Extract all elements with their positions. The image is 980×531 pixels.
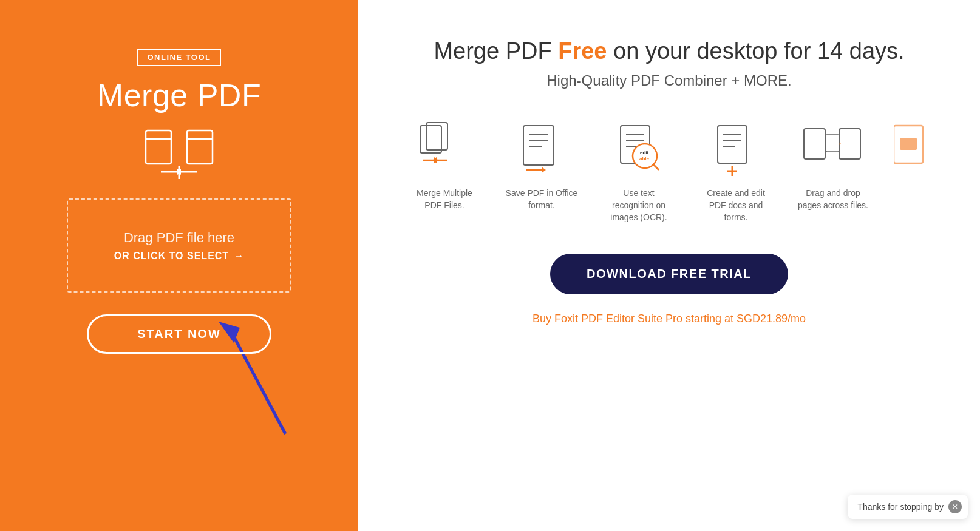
online-tool-badge: ONLINE TOOL <box>137 49 220 66</box>
svg-rect-2 <box>187 130 213 164</box>
svg-rect-0 <box>146 130 171 164</box>
drop-zone[interactable]: Drag PDF file here OR CLICK TO SELECT → <box>67 198 291 293</box>
right-panel: Merge PDF Free on your desktop for 14 da… <box>358 0 980 350</box>
close-notification-button[interactable]: ✕ <box>948 500 962 513</box>
protect-feature-icon <box>894 120 930 180</box>
feature-protect <box>894 120 930 188</box>
merge-icon <box>149 130 209 179</box>
ocr-feature-icon: edit able <box>608 120 669 180</box>
svg-rect-43 <box>900 138 917 150</box>
notification-text: Thanks for stopping by <box>857 502 944 512</box>
svg-rect-38 <box>839 129 860 159</box>
headline-part2: on your desktop for 14 days. <box>607 38 905 64</box>
drop-zone-click: OR CLICK TO SELECT → <box>114 251 244 262</box>
features-row: Merge Multiple PDF Files. Save PDF in Of… <box>395 120 944 223</box>
feature-edit: Create and edit PDF docs and forms. <box>699 120 772 223</box>
svg-rect-37 <box>804 129 825 159</box>
svg-rect-12 <box>426 123 447 150</box>
feature-drag: Drag and drop pages across files. <box>797 120 869 211</box>
headline: Merge PDF Free on your desktop for 14 da… <box>434 36 904 66</box>
subheadline: High-Quality PDF Combiner + MORE. <box>546 72 791 89</box>
drag-feature-icon <box>803 120 863 180</box>
start-now-button[interactable]: START NOW <box>87 314 271 354</box>
office-feature-icon <box>511 120 572 180</box>
left-panel: ONLINE TOOL Merge PDF Drag PDF file here… <box>0 0 358 531</box>
svg-text:able: able <box>639 156 650 161</box>
svg-rect-41 <box>826 135 839 152</box>
notification-bar: Thanks for stopping by ✕ <box>848 495 968 519</box>
buy-link[interactable]: Buy Foxit PDF Editor Suite Pro starting … <box>533 313 806 325</box>
headline-free: Free <box>558 38 607 64</box>
feature-ocr-label: Use text recognition on images (OCR). <box>602 188 675 223</box>
merge-pdf-title: Merge PDF <box>97 77 261 113</box>
svg-marker-22 <box>542 167 546 173</box>
svg-text:edit: edit <box>640 150 649 155</box>
merge-feature-icon <box>414 120 475 180</box>
svg-rect-11 <box>420 126 441 153</box>
feature-office-label: Save PDF in Office format. <box>505 188 578 211</box>
svg-line-30 <box>653 164 659 170</box>
feature-merge-label: Merge Multiple PDF Files. <box>408 188 481 211</box>
feature-office: Save PDF in Office format. <box>505 120 578 211</box>
svg-rect-17 <box>523 126 554 165</box>
feature-ocr: edit able Use text recognition on images… <box>602 120 675 223</box>
svg-rect-31 <box>718 126 747 163</box>
feature-edit-label: Create and edit PDF docs and forms. <box>699 188 772 223</box>
feature-drag-label: Drag and drop pages across files. <box>797 188 869 211</box>
edit-feature-icon <box>706 120 766 180</box>
feature-merge: Merge Multiple PDF Files. <box>408 120 481 211</box>
drop-zone-text: Drag PDF file here <box>124 230 234 246</box>
download-free-trial-button[interactable]: DOWNLOAD FREE TRIAL <box>550 254 788 294</box>
headline-part1: Merge PDF <box>434 38 558 64</box>
